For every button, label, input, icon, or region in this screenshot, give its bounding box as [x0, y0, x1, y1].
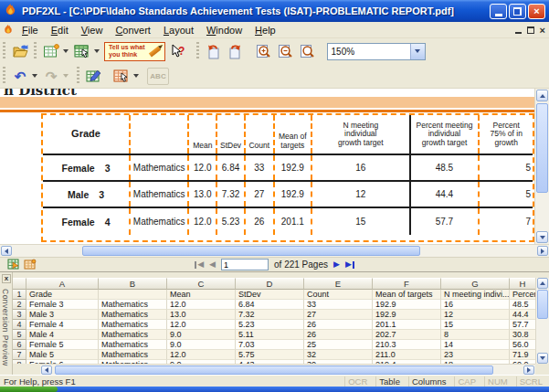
cell[interactable]: 202.7 — [373, 330, 441, 340]
preview-vscroll-thumb[interactable] — [537, 290, 548, 319]
cell[interactable]: 30.8 — [510, 330, 535, 340]
toolbar-grip[interactable] — [196, 42, 199, 60]
pdf-table-selection[interactable]: Grade Mean StDev Count Mean oftargets N … — [41, 113, 534, 242]
cell[interactable]: 16 — [441, 300, 510, 310]
column-header-e[interactable]: E — [304, 278, 373, 290]
cell[interactable]: Male 4 — [26, 330, 99, 340]
column-header-h[interactable]: H — [510, 278, 535, 290]
column-header-b[interactable]: B — [99, 278, 167, 290]
open-file-button[interactable] — [9, 40, 31, 62]
page-number-input[interactable] — [221, 259, 269, 270]
cell[interactable] — [99, 290, 167, 300]
row-number[interactable]: 5 — [13, 330, 26, 340]
restore-button[interactable] — [509, 4, 526, 19]
cell[interactable]: 192.9 — [373, 310, 441, 320]
column-header-a[interactable]: A — [26, 278, 99, 290]
redo-button[interactable]: ↷ — [40, 65, 62, 87]
preview-hscroll-thumb[interactable] — [55, 366, 493, 375]
pdf-hscroll-thumb[interactable] — [82, 246, 420, 256]
cell[interactable]: 211.0 — [373, 350, 441, 360]
cell[interactable]: Mathematics — [99, 330, 167, 340]
undo-button[interactable]: ↶ — [9, 65, 31, 87]
cell[interactable]: 23 — [441, 350, 510, 360]
new-sheet-dropdown[interactable] — [63, 49, 69, 53]
minimize-button[interactable] — [490, 4, 507, 19]
cell[interactable]: 192.9 — [373, 300, 441, 310]
mark-columns-button[interactable] — [111, 65, 132, 87]
mark-columns-dropdown[interactable] — [133, 74, 139, 78]
zoom-dropdown-button[interactable] — [410, 44, 425, 59]
cell[interactable]: 25 — [304, 340, 373, 350]
convert-table-button[interactable] — [71, 40, 93, 62]
spellcheck-button[interactable]: ABC — [147, 65, 169, 87]
close-button[interactable]: × — [528, 4, 545, 19]
row-number[interactable]: 1 — [13, 290, 26, 300]
pdf-vertical-scrollbar[interactable] — [534, 89, 549, 244]
cell[interactable]: StDev — [236, 290, 304, 300]
preview-tab-label[interactable]: Conversion Preview — [1, 289, 10, 366]
menu-file[interactable]: File — [16, 24, 45, 37]
cell[interactable]: 210.3 — [373, 340, 441, 350]
row-number[interactable]: 4 — [13, 320, 26, 330]
cell[interactable]: 201.1 — [373, 320, 441, 330]
cell[interactable]: Grade — [26, 290, 99, 300]
cell[interactable]: 9.0 — [167, 340, 236, 350]
cell[interactable]: 5.75 — [236, 350, 304, 360]
zoom-custom-button[interactable] — [296, 40, 318, 62]
pdf-page[interactable]: n District Grade Mean StDev Count Mean o… — [0, 89, 534, 244]
cell[interactable]: 13.0 — [167, 310, 236, 320]
cell[interactable]: Mathematics — [99, 350, 167, 360]
toolbar-grip[interactable] — [3, 42, 5, 60]
cell[interactable]: 26 — [304, 330, 373, 340]
cell[interactable]: 57.7 — [510, 320, 535, 330]
cell[interactable]: 14 — [441, 340, 510, 350]
menu-layout[interactable]: Layout — [157, 24, 200, 37]
toolbar-grip[interactable] — [77, 67, 79, 85]
cell[interactable]: Female 3 — [26, 300, 99, 310]
previous-page-button[interactable]: ◀ — [209, 260, 216, 269]
pdf-horizontal-scrollbar[interactable] — [0, 244, 549, 257]
close-preview-button[interactable]: x — [2, 274, 11, 283]
preview-vertical-scrollbar[interactable] — [535, 278, 549, 364]
undo-dropdown[interactable] — [32, 74, 37, 78]
cell[interactable]: Male 3 — [26, 310, 99, 320]
row-number[interactable]: 7 — [13, 350, 26, 360]
cell[interactable]: 27 — [304, 310, 373, 320]
cell[interactable]: 12.0 — [167, 320, 236, 330]
cell[interactable]: 48.5 — [510, 300, 535, 310]
zoom-in-page-button[interactable] — [252, 40, 274, 62]
cell[interactable]: 15 — [441, 320, 510, 330]
cell[interactable]: 33 — [304, 300, 373, 310]
mdi-minimize-button[interactable] — [515, 32, 522, 34]
cell[interactable]: 32 — [304, 350, 373, 360]
cell[interactable]: 7.32 — [236, 310, 304, 320]
column-header-f[interactable]: F — [373, 278, 441, 290]
cell[interactable]: Male 5 — [26, 350, 99, 360]
cell[interactable]: 5.11 — [236, 330, 304, 340]
menu-edit[interactable]: Edit — [45, 24, 75, 37]
context-help-button[interactable]: ? — [167, 40, 189, 62]
cell[interactable]: 56.0 — [510, 340, 535, 350]
column-header-d[interactable]: D — [236, 278, 304, 290]
cell[interactable]: 12 — [441, 310, 510, 320]
zoom-out-page-button[interactable] — [274, 40, 296, 62]
menu-help[interactable]: Help — [248, 24, 282, 37]
cell[interactable]: 12.0 — [167, 350, 236, 360]
cell[interactable]: Mean — [167, 290, 236, 300]
cell[interactable]: 26 — [304, 320, 373, 330]
cell[interactable]: 71.9 — [510, 350, 535, 360]
feedback-button[interactable]: Tell us what you think — [104, 42, 165, 61]
cell[interactable]: N meeting indivi... — [441, 290, 510, 300]
column-header-g[interactable]: G — [441, 278, 510, 290]
rotate-left-button[interactable] — [203, 40, 225, 62]
start-button[interactable] — [0, 387, 58, 392]
cell[interactable]: Mathematics — [99, 340, 167, 350]
cell[interactable]: Mathematics — [99, 300, 167, 310]
mark-table-button[interactable] — [83, 65, 105, 87]
column-header-c[interactable]: C — [167, 278, 236, 290]
cell[interactable]: Mean of targets — [373, 290, 441, 300]
mdi-restore-button[interactable] — [527, 26, 534, 34]
toolbar-grip[interactable] — [34, 42, 37, 60]
cell[interactable]: Female 5 — [26, 340, 99, 350]
new-sheet-button[interactable] — [40, 40, 62, 62]
